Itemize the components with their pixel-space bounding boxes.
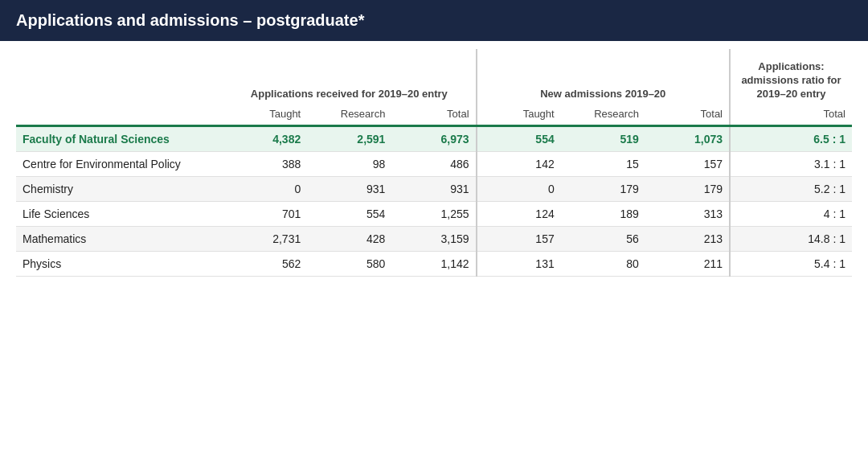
adm-research: 56 <box>561 226 645 251</box>
page-title: Applications and admissions – postgradua… <box>16 11 364 29</box>
app-total: 486 <box>391 151 476 176</box>
adm-taught: 131 <box>477 251 561 276</box>
table-container: Applications received for 2019–20 entry … <box>0 41 868 293</box>
ratio: 5.4 : 1 <box>730 251 852 276</box>
row-label: Chemistry <box>16 176 223 201</box>
adm-total: 179 <box>645 176 730 201</box>
app-research: 428 <box>307 226 391 251</box>
row-label: Mathematics <box>16 226 223 251</box>
app-research: 2,591 <box>307 125 391 151</box>
app-taught: 2,731 <box>223 226 307 251</box>
adm-taught: 157 <box>477 226 561 251</box>
app-total: 3,159 <box>391 226 476 251</box>
row-label: Life Sciences <box>16 201 223 226</box>
adm-taught: 142 <box>477 151 561 176</box>
app-taught: 562 <box>223 251 307 276</box>
ratio-total-header: Total <box>730 105 852 126</box>
col-name-header <box>16 105 223 126</box>
ratio: 4 : 1 <box>730 201 852 226</box>
data-table: Applications received for 2019–20 entry … <box>16 49 852 277</box>
app-taught: 388 <box>223 151 307 176</box>
adm-taught-header: Taught <box>477 105 561 126</box>
adm-total: 157 <box>645 151 730 176</box>
admissions-group-header: New admissions 2019–20 <box>477 49 730 105</box>
table-body: Faculty of Natural Sciences4,3822,5916,9… <box>16 125 852 276</box>
adm-research-header: Research <box>561 105 645 126</box>
app-research: 580 <box>307 251 391 276</box>
adm-research: 189 <box>561 201 645 226</box>
app-total: 1,255 <box>391 201 476 226</box>
page-header: Applications and admissions – postgradua… <box>0 0 868 41</box>
ratio: 6.5 : 1 <box>730 125 852 151</box>
adm-research: 519 <box>561 125 645 151</box>
faculty-row: Faculty of Natural Sciences4,3822,5916,9… <box>16 125 852 151</box>
adm-research: 179 <box>561 176 645 201</box>
app-research: 931 <box>307 176 391 201</box>
app-total: 931 <box>391 176 476 201</box>
app-taught-header: Taught <box>223 105 307 126</box>
row-label: Centre for Environmental Policy <box>16 151 223 176</box>
adm-total-header: Total <box>645 105 730 126</box>
table-row: Mathematics2,7314283,1591575621314.8 : 1 <box>16 226 852 251</box>
adm-research: 80 <box>561 251 645 276</box>
app-taught: 701 <box>223 201 307 226</box>
adm-total: 1,073 <box>645 125 730 151</box>
adm-total: 211 <box>645 251 730 276</box>
table-row: Centre for Environmental Policy388984861… <box>16 151 852 176</box>
ratio: 3.1 : 1 <box>730 151 852 176</box>
app-taught: 0 <box>223 176 307 201</box>
adm-taught: 554 <box>477 125 561 151</box>
adm-taught: 124 <box>477 201 561 226</box>
table-row: Physics5625801,142131802115.4 : 1 <box>16 251 852 276</box>
page-wrapper: Applications and admissions – postgradua… <box>0 0 868 293</box>
empty-header <box>16 49 223 105</box>
app-research-header: Research <box>307 105 391 126</box>
app-research: 554 <box>307 201 391 226</box>
table-row: Life Sciences7015541,2551241893134 : 1 <box>16 201 852 226</box>
app-taught: 4,382 <box>223 125 307 151</box>
adm-total: 313 <box>645 201 730 226</box>
ratio: 5.2 : 1 <box>730 176 852 201</box>
app-research: 98 <box>307 151 391 176</box>
ratio: 14.8 : 1 <box>730 226 852 251</box>
adm-research: 15 <box>561 151 645 176</box>
subheader-row: Taught Research Total Taught Research To… <box>16 105 852 126</box>
app-total-header: Total <box>391 105 476 126</box>
table-row: Chemistry093193101791795.2 : 1 <box>16 176 852 201</box>
row-label: Physics <box>16 251 223 276</box>
app-total: 1,142 <box>391 251 476 276</box>
adm-total: 213 <box>645 226 730 251</box>
row-label: Faculty of Natural Sciences <box>16 125 223 151</box>
adm-taught: 0 <box>477 176 561 201</box>
group-header-row: Applications received for 2019–20 entry … <box>16 49 852 105</box>
app-total: 6,973 <box>391 125 476 151</box>
ratio-group-header: Applications: admissions ratio for 2019–… <box>730 49 852 105</box>
applications-group-header: Applications received for 2019–20 entry <box>223 49 476 105</box>
